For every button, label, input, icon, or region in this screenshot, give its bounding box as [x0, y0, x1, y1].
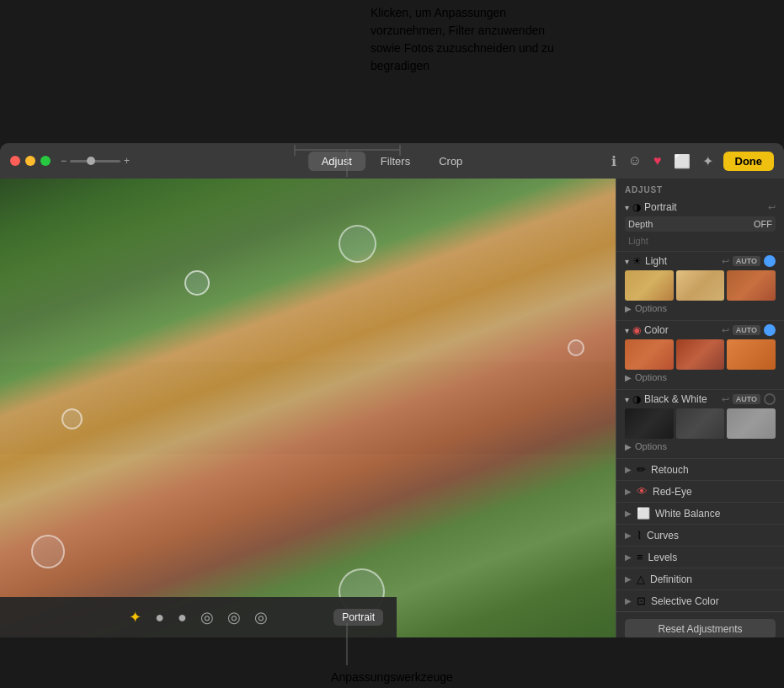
more-icon-button[interactable]: ✦ — [701, 152, 715, 171]
curves-icon: ⌇ — [637, 529, 642, 541]
color-thumb-3[interactable] — [727, 339, 776, 370]
tooltip-top: Klicken, um Anpassungen vorzunehmen, Fil… — [371, 4, 573, 75]
bubble-4 — [31, 535, 65, 568]
color-chevron-icon[interactable]: ▾ — [625, 326, 629, 335]
bw-toggle[interactable] — [764, 393, 776, 405]
light-thumb-3[interactable] — [727, 270, 776, 301]
bottom-icon-circle4[interactable]: ◎ — [227, 608, 241, 627]
bw-options-row: ▶ Options — [625, 441, 776, 451]
selective-color-section[interactable]: ▶ ⊡ Selective Color — [616, 589, 784, 611]
portrait-button[interactable]: Portrait — [333, 609, 383, 626]
bw-thumb-row — [625, 408, 776, 439]
color-thumb-2[interactable] — [676, 339, 725, 370]
light-options-chevron[interactable]: ▶ — [625, 304, 632, 313]
reset-btn-container: Reset Adjustments — [616, 611, 784, 637]
bottom-tooltip-text: Anpassungswerkzeuge — [331, 670, 453, 684]
redeye-section[interactable]: ▶ 👁 Red-Eye — [616, 480, 784, 502]
bw-thumb-2[interactable] — [676, 408, 725, 439]
light-chevron-icon[interactable]: ▾ — [625, 257, 629, 266]
minimize-button[interactable] — [25, 156, 35, 166]
levels-icon: ≡ — [637, 551, 643, 563]
traffic-lights — [10, 156, 51, 166]
bw-header-row: ▾ ◑ Black & White ↩ AUTO — [625, 393, 776, 405]
bubble-2 — [339, 225, 376, 263]
done-button[interactable]: Done — [723, 152, 775, 171]
titlebar-right: ℹ ☺ ♥ ⬜ ✦ Done — [610, 152, 774, 171]
app-window: − + Adjust Filters Crop ℹ ☺ ♥ ⬜ ✦ Done — [0, 143, 784, 637]
bw-thumb-1[interactable] — [625, 408, 674, 439]
tab-crop[interactable]: Crop — [425, 152, 476, 171]
light-thumb-1[interactable] — [625, 270, 674, 301]
tooltip-top-text: Klicken, um Anpassungen vorzunehmen, Fil… — [371, 6, 554, 72]
light-thumb-2[interactable] — [676, 270, 725, 301]
share-icon-button[interactable]: ⬜ — [672, 152, 692, 171]
titlebar: − + Adjust Filters Crop ℹ ☺ ♥ ⬜ ✦ Done — [0, 143, 784, 179]
levels-label: Levels — [648, 552, 776, 563]
redeye-label: Red-Eye — [653, 486, 776, 498]
portrait-circle-icon: ◑ — [632, 201, 641, 213]
reset-adjustments-button[interactable]: Reset Adjustments — [625, 619, 776, 637]
color-revert-icon[interactable]: ↩ — [722, 325, 729, 336]
bottom-icon-star[interactable]: ✦ — [129, 608, 141, 627]
color-options-label[interactable]: Options — [635, 372, 667, 382]
color-options-chevron[interactable]: ▶ — [625, 373, 632, 382]
zoom-minus-icon[interactable]: − — [61, 155, 67, 167]
light-toggle[interactable] — [764, 255, 776, 267]
levels-chevron-icon: ▶ — [625, 552, 632, 562]
color-thumb-row — [625, 339, 776, 370]
titlebar-tabs: Adjust Filters Crop — [308, 152, 477, 171]
color-header-row: ▾ ◉ Color ↩ AUTO — [625, 324, 776, 336]
zoom-slider[interactable]: − + — [61, 155, 130, 167]
bw-title: Black & White — [644, 393, 718, 405]
light-section: ▾ ☀ Light ↩ AUTO ▶ Options — [616, 251, 784, 320]
retouch-icon: ✏ — [637, 463, 646, 476]
emoji-icon-button[interactable]: ☺ — [627, 152, 643, 170]
color-options-row: ▶ Options — [625, 372, 776, 382]
wb-section[interactable]: ▶ ⬜ White Balance — [616, 502, 784, 524]
light-auto-badge[interactable]: AUTO — [733, 256, 760, 266]
levels-section[interactable]: ▶ ≡ Levels — [616, 546, 784, 568]
color-circle-icon: ◉ — [632, 324, 641, 336]
light-options-label[interactable]: Options — [635, 303, 667, 313]
bw-chevron-icon[interactable]: ▾ — [625, 395, 629, 404]
tab-adjust[interactable]: Adjust — [308, 152, 365, 171]
portrait-section: ▾ ◑ Portrait ↩ Depth OFF Light — [616, 198, 784, 251]
bottom-icon-circle3[interactable]: ◎ — [200, 608, 214, 627]
selective-color-chevron-icon: ▶ — [625, 596, 632, 605]
zoom-track[interactable] — [70, 160, 120, 163]
close-button[interactable] — [10, 156, 20, 166]
light-sublabel: Light — [625, 234, 776, 248]
info-icon-button[interactable]: ℹ — [610, 152, 618, 171]
definition-label: Definition — [650, 573, 776, 585]
portrait-revert-icon[interactable]: ↩ — [768, 202, 776, 213]
bw-revert-icon[interactable]: ↩ — [722, 394, 729, 405]
bottom-icon-circle2[interactable]: ● — [178, 609, 187, 627]
curves-section[interactable]: ▶ ⌇ Curves — [616, 524, 784, 546]
zoom-plus-icon[interactable]: + — [124, 155, 130, 167]
wb-icon: ⬜ — [637, 507, 650, 520]
bw-options-chevron[interactable]: ▶ — [625, 442, 632, 451]
heart-icon-button[interactable]: ♥ — [652, 152, 664, 170]
retouch-section[interactable]: ▶ ✏ Retouch — [616, 458, 784, 480]
color-thumb-1[interactable] — [625, 339, 674, 370]
bubble-3 — [61, 408, 83, 429]
bw-options-label[interactable]: Options — [635, 441, 667, 451]
curves-chevron-icon: ▶ — [625, 531, 632, 540]
bw-auto-badge[interactable]: AUTO — [733, 394, 760, 404]
color-toggle[interactable] — [764, 324, 776, 336]
definition-section[interactable]: ▶ △ Definition — [616, 568, 784, 589]
bottom-icon-circle5[interactable]: ◎ — [254, 608, 268, 627]
bw-section: ▾ ◑ Black & White ↩ AUTO ▶ Options — [616, 389, 784, 458]
color-section: ▾ ◉ Color ↩ AUTO ▶ Options — [616, 320, 784, 389]
bw-circle-icon: ◑ — [632, 393, 641, 405]
depth-value: OFF — [754, 219, 772, 229]
tab-filters[interactable]: Filters — [367, 152, 424, 171]
light-revert-icon[interactable]: ↩ — [722, 256, 729, 267]
curves-label: Curves — [647, 530, 776, 541]
maximize-button[interactable] — [40, 156, 51, 166]
color-auto-badge[interactable]: AUTO — [733, 325, 760, 335]
portrait-chevron-icon[interactable]: ▾ — [625, 203, 629, 212]
bw-thumb-3[interactable] — [727, 408, 776, 439]
wb-chevron-icon: ▶ — [625, 509, 632, 518]
bottom-icon-circle1[interactable]: ● — [155, 609, 164, 627]
